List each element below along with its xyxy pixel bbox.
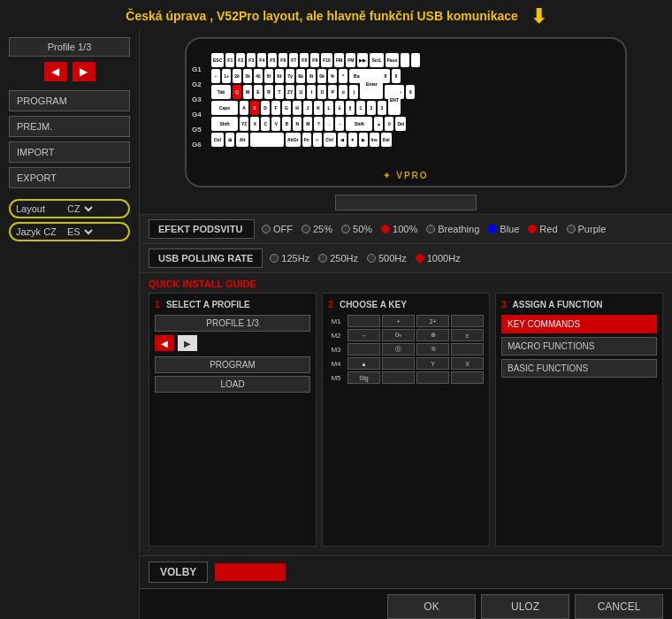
radio-125-dot [270, 254, 279, 263]
col3-title: ASSIGN A FUNCTION [513, 300, 603, 310]
key-fn: Fn [302, 133, 311, 147]
profile-label: Profile 1/3 [9, 37, 130, 57]
mkey-9[interactable] [347, 343, 380, 355]
mkey-1[interactable] [347, 315, 380, 327]
guide-title: QUICK INSTALL GUIDE [149, 279, 663, 289]
mkey-11[interactable]: ⑤ [416, 343, 449, 355]
search-input[interactable] [335, 195, 477, 210]
mkey-13[interactable]: ▲ [347, 357, 380, 370]
mkey-6[interactable]: 0₉ [382, 329, 415, 341]
key-t: T [275, 85, 284, 99]
mini-load-button[interactable]: LOAD [155, 376, 310, 393]
key-scr: ScrL [370, 53, 383, 67]
m3-label: M3 [328, 343, 344, 355]
row-qwerty: Tab Q W E R T ZY U I O P ú ) [211, 85, 618, 99]
jazyk-select[interactable]: ES CZ EN [64, 225, 95, 238]
radio-red-dot [528, 225, 537, 233]
key-f10: F10 [321, 53, 332, 67]
backlight-25[interactable]: 25% [302, 224, 332, 234]
mkey-7[interactable]: ⊕ [416, 329, 449, 341]
mkey-10[interactable]: ⓪ [382, 343, 415, 355]
polling-125[interactable]: 125Hz [270, 253, 309, 264]
mini-program-button[interactable]: PROGRAM [155, 356, 310, 373]
key-tab: Tab [211, 85, 231, 99]
backlight-100-label: 100% [393, 224, 417, 234]
key-lalt: Alt [236, 133, 248, 147]
key-commands-button[interactable]: KEY COMMANDS [501, 315, 657, 333]
mini-prev-button[interactable]: ◀ [155, 335, 174, 351]
backlight-50[interactable]: 50% [341, 224, 372, 234]
guide-col2: 2 CHOOSE A KEY M1 M2 M3 M4 M5 [322, 293, 490, 546]
key-s: S [250, 101, 259, 115]
mkey-12[interactable] [451, 343, 484, 355]
key-6: 6ž [275, 69, 284, 83]
key-l: L [325, 101, 333, 115]
profile-prev-button[interactable]: ◀ [44, 62, 67, 81]
keyboard-image: G1 G2 G3 G4 G5 G6 ESC F1 F2 [185, 37, 627, 187]
backlight-purple[interactable]: Purple [567, 224, 607, 234]
layout-select[interactable]: CZ EN DE [64, 203, 95, 215]
mkey-17[interactable]: Stg [347, 371, 380, 384]
ok-button[interactable]: OK [387, 594, 476, 619]
radio-100-dot [381, 225, 390, 233]
content-area: G1 G2 G3 G4 G5 G6 ESC F1 F2 [140, 30, 672, 619]
mkey-5[interactable]: → [347, 329, 380, 341]
radio-purple-dot [567, 225, 576, 233]
polling-label: USB POLLING RATE [149, 248, 263, 268]
guide-col3: 3 ASSIGN A FUNCTION KEY COMMANDS MACRO F… [495, 293, 663, 546]
key-lctrl: Ctrl [211, 133, 224, 147]
key-ins: Ins [370, 133, 379, 147]
polling-500[interactable]: 500Hz [367, 253, 407, 264]
key-space [250, 133, 284, 147]
key-7: 7ý [286, 69, 294, 83]
key-8: 8á [296, 69, 305, 83]
key-3: 3š [243, 69, 252, 83]
key-rctrl: Ctrl [324, 133, 336, 147]
key-f11: FM [334, 53, 344, 67]
basic-functions-button[interactable]: BASIC FUNCTIONS [501, 359, 657, 378]
program-button[interactable]: PROGRAM [9, 90, 130, 111]
mkey-4[interactable] [451, 315, 484, 327]
key-c: C [261, 117, 270, 131]
mkey-20[interactable] [451, 371, 484, 384]
radio-blue-dot [488, 225, 497, 233]
mkey-15[interactable]: Y [416, 357, 449, 370]
backlight-100[interactable]: 100% [381, 224, 417, 234]
key-del [411, 53, 420, 67]
polling-250[interactable]: 250Hz [318, 253, 358, 264]
g4-label: G4 [192, 111, 202, 118]
key-r: R [264, 85, 273, 99]
prejm-button[interactable]: PREJM. [9, 116, 130, 137]
cancel-button[interactable]: CANCEL [575, 594, 663, 619]
key-1: 1+ [222, 69, 231, 83]
mkey-8[interactable]: ε [451, 329, 484, 341]
key-m: M [303, 117, 312, 131]
uloz-button[interactable]: ULOZ [481, 594, 569, 619]
col1-header: 1 SELECT A PROFILE [155, 299, 310, 310]
key-f7: F7 [289, 53, 298, 67]
key-f3: F3 [247, 53, 256, 67]
import-button[interactable]: IMPORT [9, 141, 130, 163]
mkey-2[interactable]: + [382, 315, 415, 327]
mkey-3[interactable]: 2+ [416, 315, 449, 327]
key-f6: F6 [279, 53, 287, 67]
col3-header: 3 ASSIGN A FUNCTION [501, 299, 657, 310]
backlight-red[interactable]: Red [528, 224, 557, 234]
macro-functions-button[interactable]: MACRO FUNCTIONS [501, 337, 657, 355]
export-button[interactable]: EXPORT [9, 167, 130, 188]
g2-label: G2 [192, 80, 202, 88]
mkey-16[interactable]: X [451, 357, 484, 370]
backlight-blue[interactable]: Blue [488, 224, 519, 234]
backlight-off[interactable]: OFF [262, 224, 293, 234]
mkey-14[interactable] [382, 357, 415, 370]
profile-next-button[interactable]: ▶ [73, 62, 95, 81]
g6-label: G6 [192, 141, 202, 149]
col2-header: 2 CHOOSE A KEY [328, 299, 484, 310]
backlight-breathing[interactable]: Breathing [426, 224, 479, 234]
polling-1000[interactable]: 1000Hz [416, 253, 461, 264]
radio-25-dot [302, 225, 310, 233]
mkey-18[interactable] [382, 371, 415, 384]
search-bar-row [140, 191, 672, 214]
mkey-19[interactable] [416, 371, 449, 384]
mini-next-button[interactable]: ▶ [178, 335, 197, 351]
